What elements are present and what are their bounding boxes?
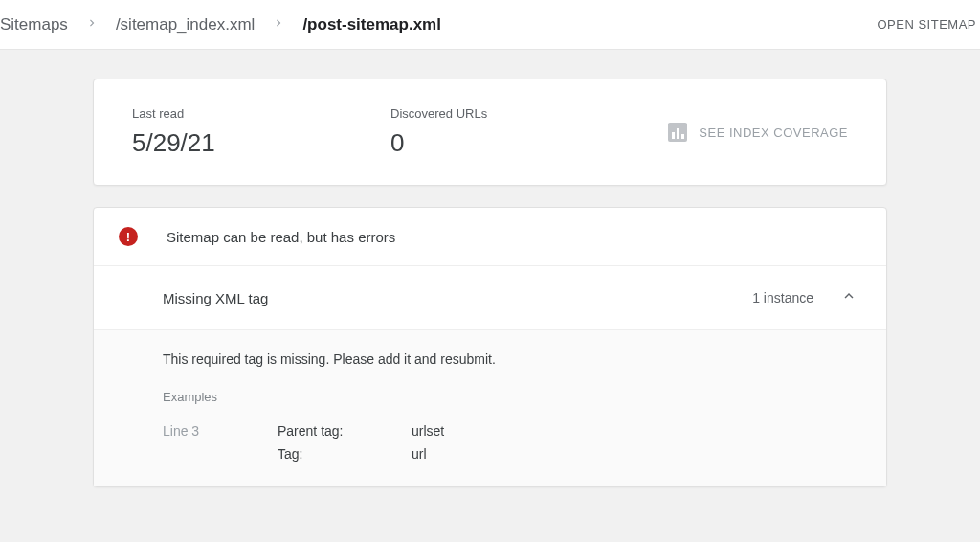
issue-description: This required tag is missing. Please add…: [163, 351, 858, 367]
topbar: Sitemaps /sitemap_index.xml /post-sitema…: [0, 0, 980, 50]
discovered-value: 0: [390, 128, 668, 158]
see-index-coverage-button[interactable]: SEE INDEX COVERAGE: [668, 123, 848, 142]
parent-tag-label: Parent tag:: [278, 423, 412, 439]
tag-value: url: [412, 446, 427, 462]
last-read-value: 5/29/21: [132, 128, 390, 158]
breadcrumb-sitemaps[interactable]: Sitemaps: [0, 15, 68, 34]
error-header: ! Sitemap can be read, but has errors: [94, 208, 886, 266]
errors-card: ! Sitemap can be read, but has errors Mi…: [93, 207, 887, 487]
issue-row[interactable]: Missing XML tag 1 instance: [94, 266, 886, 330]
metric-discovered-urls: Discovered URLs 0: [390, 106, 668, 158]
content: Last read 5/29/21 Discovered URLs 0 SEE …: [93, 79, 887, 487]
summary-card: Last read 5/29/21 Discovered URLs 0 SEE …: [93, 79, 887, 186]
breadcrumb-current: /post-sitemap.xml: [302, 15, 441, 34]
examples-label: Examples: [163, 390, 858, 404]
chevron-up-icon: [840, 287, 858, 308]
see-index-label: SEE INDEX COVERAGE: [699, 125, 848, 140]
parent-tag-value: urlset: [412, 423, 444, 439]
example-details: Parent tag: urlset Tag: url: [278, 423, 444, 462]
breadcrumbs: Sitemaps /sitemap_index.xml /post-sitema…: [0, 15, 877, 34]
issue-detail: This required tag is missing. Please add…: [94, 330, 886, 486]
discovered-label: Discovered URLs: [390, 106, 668, 121]
tag-label: Tag:: [278, 446, 412, 462]
chevron-right-icon: [85, 15, 99, 34]
chevron-right-icon: [272, 15, 285, 34]
breadcrumb-index[interactable]: /sitemap_index.xml: [116, 15, 256, 34]
error-title: Sitemap can be read, but has errors: [167, 229, 395, 245]
example-row: Line 3 Parent tag: urlset Tag: url: [163, 423, 858, 462]
error-icon: !: [119, 227, 138, 246]
metric-last-read: Last read 5/29/21: [132, 106, 390, 158]
bar-chart-icon: [668, 123, 687, 142]
open-sitemap-link[interactable]: OPEN SITEMAP: [877, 17, 980, 32]
issue-count: 1 instance: [752, 290, 813, 305]
example-line-number: Line 3: [163, 423, 278, 462]
issue-name: Missing XML tag: [163, 290, 752, 306]
last-read-label: Last read: [132, 106, 390, 121]
